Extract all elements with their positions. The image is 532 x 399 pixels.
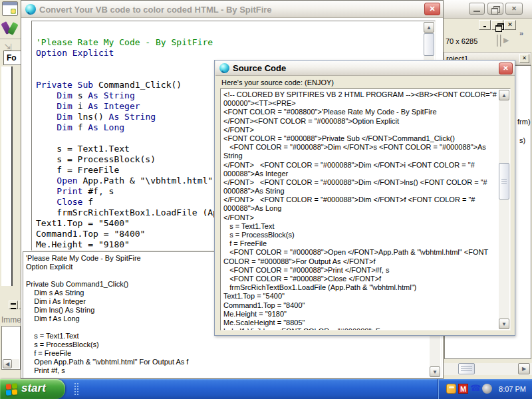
source-code-line: </FONT> <FONT COLOR = "#000088">Dim </FO… — [223, 161, 498, 170]
run-icon[interactable]: ▶ — [503, 36, 509, 45]
source-code-dialog: Source Code ✕ Here's your source code: (… — [214, 60, 515, 336]
source-code-line: <FONT COLOR = "#000088">Dim </FONT>s <FO… — [223, 143, 498, 152]
plain-code-line: s = ProcessBlock(s) — [26, 340, 429, 349]
volume-icon[interactable] — [482, 384, 492, 394]
source-code-line: <FONT COLOR = "#000088">Print </FONT>#f,… — [223, 266, 498, 275]
source-code-line: COLOR = "#000088">For Output As </FONT>f — [223, 257, 498, 266]
taskbar: start Co...We...Proj...Con...Proj...Con.… — [0, 379, 532, 399]
windows-logo-icon — [6, 383, 18, 396]
source-code-line: </FONT><FONT COLOR = "#000088">Option Ex… — [223, 117, 498, 126]
source-code-lines: <!-- COLORED BY SPITFIRES VB 2 HTML PROG… — [223, 90, 498, 331]
start-button-label: start — [21, 382, 46, 395]
start-button[interactable]: start — [0, 379, 65, 399]
immediate-window-title: Imme — [1, 315, 21, 325]
main-window-titlebar[interactable]: Convert Your VB code to color coded HTML… — [21, 1, 443, 18]
toolbar-overflow-chevron-icon[interactable]: » — [519, 29, 523, 37]
source-code-line: f = FreeFile — [223, 239, 498, 248]
source-code-line: <FONT COLOR = "#000088">Open </FONT>App.… — [223, 248, 498, 257]
mdi-close-button[interactable]: ✕ — [504, 20, 516, 30]
dialog-vertical-scrollbar[interactable]: ▲ ▼ — [499, 90, 509, 329]
source-code-line: 000000"><TT><PRE> — [223, 99, 498, 108]
dialog-title: Source Code — [233, 63, 286, 73]
source-code-line: String — [223, 152, 498, 160]
quick-launch-separator[interactable] — [74, 383, 78, 395]
source-code-line: frmSrcRichTextBox1.LoadFile (App.Path & … — [223, 283, 498, 292]
components-icon[interactable] — [1, 20, 19, 37]
toolbar-separator — [500, 35, 501, 47]
toolbar-divider — [0, 39, 21, 39]
source-code-line: Command1.Top = "8400" — [223, 301, 498, 310]
antivirus-icon[interactable] — [458, 384, 468, 394]
project-panel-close-button[interactable]: ✕ — [519, 54, 529, 63]
source-code-line: Me.ScaleHeight = "8805" — [223, 319, 498, 327]
main-window-title: Convert Your VB code to color coded HTML… — [39, 5, 272, 15]
scroll-up-arrow-icon[interactable]: ▲ — [424, 22, 434, 33]
mdi-restore-button[interactable] — [491, 20, 503, 30]
source-code-line: </FONT> <FONT COLOR = "#000088">Dim </FO… — [223, 178, 498, 187]
source-code-line: <FONT COLOR = "#000088">Close </FONT>f — [223, 275, 498, 283]
source-code-line: <FONT COLOR = "#000088">Private Sub </FO… — [223, 134, 498, 143]
source-code-textbox[interactable]: <!-- COLORED BY SPITFIRES VB 2 HTML PROG… — [220, 88, 511, 331]
ide-window-edge — [1, 66, 13, 286]
source-code-line: Me.Height = "9180" — [223, 310, 498, 319]
project-tree-item[interactable]: frm) — [517, 118, 531, 126]
source-code-line: Label1.Visible = <FONT COLOR = "#000088"… — [223, 327, 498, 331]
scroll-left-arrow-icon[interactable]: ◀ — [3, 359, 12, 368]
scroll-up-arrow-icon[interactable]: ▲ — [499, 90, 509, 100]
scrollbar-thumb[interactable] — [424, 33, 434, 56]
plain-code-line: Print #f, s — [26, 366, 429, 375]
plain-code-line: f = FreeFile — [26, 349, 429, 358]
source-code-line: <!-- COLORED BY SPITFIRES VB 2 HTML PROG… — [223, 90, 498, 99]
scrollbar-thumb[interactable] — [458, 363, 475, 374]
scrollbar-track[interactable] — [12, 359, 19, 368]
mdi-minimize-button[interactable] — [479, 20, 491, 30]
dialog-titlebar[interactable]: Source Code ✕ — [215, 61, 515, 76]
source-code-line: s = Text1.Text — [223, 222, 498, 231]
ide-left-toolbar: ⇲ Fo Imme ◀ — [0, 0, 21, 379]
source-code-line: <FONT COLOR = "#008800">'Please Rate My … — [223, 108, 498, 116]
plain-code-line: Open App.Path & "\vbhtml.html" For Outpu… — [26, 358, 429, 366]
dialog-close-button[interactable]: ✕ — [499, 63, 513, 74]
scroll-right-arrow-icon[interactable]: ▶ — [518, 363, 530, 374]
scrollbar-thumb[interactable] — [499, 163, 509, 200]
add-form-icon[interactable] — [2, 1, 18, 16]
form-size-indicator: 70 x 6285 — [446, 37, 477, 45]
scroll-down-arrow-icon[interactable]: ▼ — [430, 366, 440, 377]
ide-minimize-button[interactable] — [469, 3, 485, 15]
tray-icons — [446, 384, 492, 394]
immediate-window[interactable]: ◀ — [1, 326, 21, 370]
code-line: 'Please Rate My Code - By SpitFire — [36, 37, 423, 48]
source-code-line: </FONT> <FONT COLOR = "#000088">Dim </FO… — [223, 196, 498, 204]
source-code-line: 000088">As Integer — [223, 170, 498, 178]
dialog-globe-icon — [219, 63, 229, 73]
source-code-line: </FONT> — [223, 126, 498, 134]
project-tree-item[interactable]: s) — [519, 136, 525, 144]
app-globe-icon — [25, 4, 36, 15]
main-window-close-button[interactable]: ✕ — [424, 3, 440, 15]
source-code-line: 000088">As String — [223, 187, 498, 196]
source-code-line: </FONT> — [223, 213, 498, 222]
dialup-icon[interactable] — [470, 384, 480, 394]
system-tray: 8:07 PM — [438, 379, 532, 399]
scroll-down-arrow-icon[interactable]: ▼ — [499, 319, 509, 329]
ide-horizontal-scrollbar[interactable]: ▶ — [444, 363, 532, 375]
form-tab[interactable]: Fo — [3, 51, 21, 65]
messenger-icon[interactable] — [446, 384, 456, 394]
ide-close-button[interactable]: ✕ — [505, 3, 523, 15]
source-code-line: Text1.Top = "5400" — [223, 292, 498, 301]
clock: 8:07 PM — [499, 385, 526, 393]
ide-restore-button[interactable] — [487, 3, 503, 15]
toolbar-separator — [497, 35, 498, 47]
immediate-minimize-button[interactable] — [9, 301, 18, 309]
source-code-line: s = ProcessBlock(s) — [223, 231, 498, 239]
code-line: Option Explicit — [36, 48, 423, 59]
source-code-line: 000088">As Long — [223, 204, 498, 213]
source-code-label: Here's your source code: (ENJOY) — [221, 78, 334, 86]
